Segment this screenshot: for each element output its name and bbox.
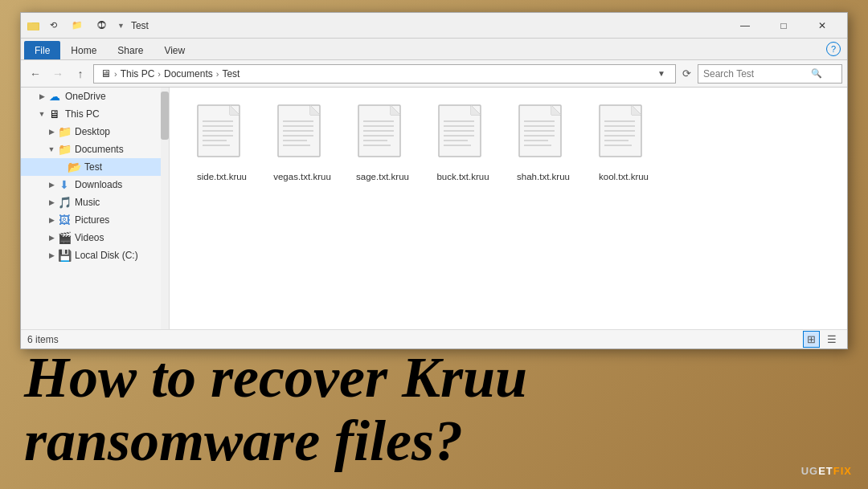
maximize-button[interactable]: □ — [765, 13, 802, 39]
file-name: vegas.txt.kruu — [273, 171, 331, 183]
title-bar: ⟲ 📁 ⓵ ▼ Test — □ ✕ — [21, 13, 847, 39]
sidebar-item-music[interactable]: ▶ 🎵 Music — [21, 194, 169, 211]
file-icon — [437, 104, 489, 166]
expand-icon: ▶ — [47, 128, 56, 136]
path-sep-3: › — [216, 69, 219, 79]
documents-folder-icon: 📁 — [58, 143, 71, 156]
sidebar-item-desktop[interactable]: ▶ 📁 Desktop — [21, 123, 169, 141]
sidebar-label-desktop: Desktop — [75, 126, 110, 137]
path-dropdown-button[interactable]: ▼ — [654, 69, 669, 78]
disk-icon: 💾 — [58, 249, 71, 262]
file-item[interactable]: sage.txt.kruu — [346, 100, 419, 187]
explorer-window: ⟲ 📁 ⓵ ▼ Test — □ ✕ File Home Share View … — [20, 12, 848, 349]
search-box[interactable]: 🔍 — [698, 64, 842, 84]
dropdown-arrow: ▼ — [117, 22, 125, 30]
sidebar-label-onedrive: OneDrive — [65, 91, 106, 102]
new-folder-button[interactable]: 📁 — [68, 18, 86, 32]
tab-home[interactable]: Home — [60, 41, 107, 59]
file-name: shah.txt.kruu — [517, 171, 570, 183]
videos-folder-icon: 🎬 — [58, 231, 71, 244]
properties-button[interactable]: ⓵ — [94, 18, 109, 32]
sidebar-item-test[interactable]: 📂 Test — [21, 158, 169, 176]
watermark: UGETFIX — [801, 465, 852, 477]
tab-share[interactable]: Share — [107, 41, 154, 59]
file-item[interactable]: shah.txt.kruu — [507, 100, 579, 187]
this-pc-icon: 🖥 — [48, 108, 61, 120]
file-item[interactable]: side.txt.kruu — [186, 100, 258, 187]
close-button[interactable]: ✕ — [804, 13, 841, 39]
file-icon — [518, 104, 569, 166]
refresh-button[interactable]: ⟳ — [679, 67, 694, 79]
overlay-line1: How to recover Kruu — [24, 346, 527, 410]
sidebar-item-documents[interactable]: ▼ 📁 Documents — [21, 141, 169, 158]
path-documents[interactable]: Documents — [164, 68, 213, 79]
expand-icon: ▶ — [47, 181, 56, 189]
svg-rect-3 — [28, 23, 39, 31]
sidebar-item-this-pc[interactable]: ▼ 🖥 This PC — [21, 105, 169, 123]
file-item[interactable]: vegas.txt.kruu — [266, 100, 338, 187]
expand-icon: ▼ — [37, 110, 47, 118]
ribbon-tabs: File Home Share View ? — [21, 39, 847, 59]
path-test[interactable]: Test — [222, 68, 240, 79]
folder-icon — [27, 19, 40, 32]
sidebar-item-videos[interactable]: ▶ 🎬 Videos — [21, 229, 169, 247]
file-icon — [357, 104, 408, 166]
ribbon: File Home Share View ? — [21, 39, 847, 60]
address-bar: ← → ↑ 🖥 › This PC › Documents › Test ▼ ⟳… — [21, 60, 847, 88]
sidebar-scrollbar-thumb — [161, 92, 169, 140]
file-icon — [598, 104, 649, 166]
watermark-fix: FIX — [833, 465, 852, 477]
sidebar-label-test: Test — [84, 161, 102, 173]
details-view-button[interactable]: ☰ — [823, 331, 841, 348]
search-icon: 🔍 — [811, 68, 822, 79]
file-name: buck.txt.kruu — [436, 171, 489, 183]
sidebar-item-pictures[interactable]: ▶ 🖼 Pictures — [21, 211, 169, 229]
sidebar-item-local-disk[interactable]: ▶ 💾 Local Disk (C:) — [21, 247, 169, 264]
help-button[interactable]: ? — [826, 42, 841, 56]
explorer-main: ▶ ☁ OneDrive ▼ 🖥 This PC ▶ 📁 Desktop ▼ 📁… — [21, 88, 847, 329]
file-item[interactable]: kool.txt.kruu — [588, 100, 660, 187]
item-count: 6 items — [27, 334, 59, 345]
quick-access-toolbar: ⟲ 📁 ⓵ ▼ — [47, 18, 125, 32]
sidebar-label-documents: Documents — [75, 144, 124, 155]
minimize-button[interactable]: — — [727, 13, 764, 39]
large-icons-view-button[interactable]: ⊞ — [803, 331, 820, 348]
sidebar-item-onedrive[interactable]: ▶ ☁ OneDrive — [21, 88, 169, 105]
status-bar: 6 items ⊞ ☰ — [21, 329, 847, 348]
address-path[interactable]: 🖥 › This PC › Documents › Test ▼ — [93, 64, 676, 84]
pictures-folder-icon: 🖼 — [58, 214, 71, 226]
search-input[interactable] — [703, 68, 808, 79]
onedrive-icon: ☁ — [48, 90, 61, 103]
sidebar-item-downloads[interactable]: ▶ ⬇ Downloads — [21, 176, 169, 194]
sidebar-label-local-disk: Local Disk (C:) — [75, 250, 138, 261]
file-icon — [276, 104, 328, 166]
watermark-u: UG — [801, 465, 819, 477]
overlay-line2: ransomware files? — [24, 410, 527, 473]
back-button[interactable]: ← — [26, 64, 45, 84]
up-button[interactable]: ↑ — [71, 64, 90, 84]
expand-icon: ▶ — [47, 251, 56, 259]
file-item[interactable]: buck.txt.kruu — [427, 100, 499, 187]
tab-file[interactable]: File — [24, 41, 60, 59]
title-bar-icons — [27, 19, 40, 32]
window-controls: — □ ✕ — [727, 13, 841, 39]
tab-view[interactable]: View — [154, 41, 195, 59]
sidebar-label-videos: Videos — [75, 232, 104, 243]
overlay-text: How to recover Kruu ransomware files? — [24, 346, 527, 473]
forward-button[interactable]: → — [48, 64, 68, 84]
expand-icon: ▶ — [47, 234, 56, 242]
sidebar-scrollbar[interactable] — [161, 88, 169, 329]
sidebar: ▶ ☁ OneDrive ▼ 🖥 This PC ▶ 📁 Desktop ▼ 📁… — [21, 88, 170, 329]
file-name: kool.txt.kruu — [599, 171, 649, 183]
path-this-pc[interactable]: This PC — [121, 68, 155, 79]
expand-icon: ▶ — [37, 92, 47, 100]
view-controls: ⊞ ☰ — [803, 331, 841, 348]
expand-icon: ▼ — [47, 145, 56, 153]
sidebar-label-pictures: Pictures — [75, 214, 109, 226]
downloads-folder-icon: ⬇ — [58, 178, 71, 191]
file-name: side.txt.kruu — [197, 171, 247, 183]
sidebar-label-downloads: Downloads — [75, 179, 122, 190]
watermark-get: ET — [818, 465, 833, 477]
path-sep-2: › — [158, 69, 161, 79]
undo-button[interactable]: ⟲ — [47, 18, 60, 32]
